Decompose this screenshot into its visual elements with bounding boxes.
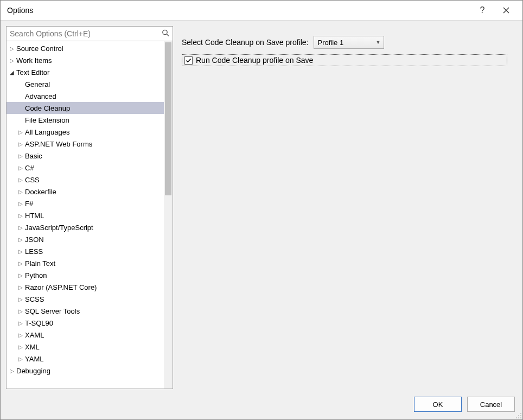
tree-item-label: LESS — [24, 247, 43, 256]
tree-item-label: T-SQL90 — [24, 319, 53, 327]
scrollbar-thumb[interactable] — [165, 42, 171, 195]
arrow-collapsed-icon[interactable]: ▷ — [17, 213, 24, 219]
arrow-collapsed-icon[interactable]: ▷ — [17, 284, 24, 290]
tree-item-label: CSS — [24, 176, 40, 184]
tree-item[interactable]: ▷SCSS — [7, 293, 173, 305]
titlebar: Options ? — [1, 1, 522, 20]
tree-item[interactable]: Code Cleanup — [7, 102, 173, 114]
tree-item-label: General — [24, 80, 50, 88]
arrow-collapsed-icon[interactable]: ▷ — [17, 296, 24, 302]
tree-item-label: YAML — [24, 355, 43, 363]
arrow-collapsed-icon[interactable]: ▷ — [17, 272, 24, 278]
tree-item[interactable]: Advanced — [7, 90, 173, 102]
tree-item[interactable]: File Extension — [7, 114, 173, 126]
profile-dropdown[interactable]: Profile 1 ▼ — [314, 36, 384, 49]
tree-item[interactable]: ▷JSON — [7, 233, 173, 245]
arrow-collapsed-icon[interactable]: ▷ — [17, 320, 24, 326]
tree-item-label: Source Control — [15, 44, 63, 53]
tree-item[interactable]: ▷HTML — [7, 209, 173, 221]
svg-line-1 — [167, 34, 169, 36]
tree-item[interactable]: ▷Basic — [7, 150, 173, 162]
left-panel: ▷Source Control▷Work Items◢Text Editor G… — [6, 26, 173, 389]
arrow-collapsed-icon[interactable]: ▷ — [17, 177, 24, 183]
tree-item-label: Dockerfile — [24, 188, 56, 196]
tree-item[interactable]: ▷ASP.NET Web Forms — [7, 138, 173, 150]
tree-scrollbar[interactable] — [164, 41, 173, 389]
search-box[interactable] — [6, 26, 173, 41]
svg-point-4 — [520, 415, 521, 416]
tree-item-label: JavaScript/TypeScript — [24, 224, 93, 232]
tree-item-label: Debugging — [15, 367, 50, 375]
tree-item[interactable]: ▷JavaScript/TypeScript — [7, 221, 173, 233]
tree-item-label: Work Items — [15, 56, 52, 65]
arrow-collapsed-icon[interactable]: ▷ — [17, 356, 24, 362]
arrow-collapsed-icon[interactable]: ▷ — [17, 237, 24, 243]
tree-item[interactable]: ▷T-SQL90 — [7, 317, 173, 329]
arrow-collapsed-icon[interactable]: ▷ — [17, 129, 24, 135]
tree-item-label: Text Editor — [15, 68, 49, 77]
ok-button[interactable]: OK — [414, 397, 462, 412]
svg-point-2 — [520, 413, 521, 414]
svg-point-7 — [520, 417, 521, 418]
tree-item-label: Basic — [24, 152, 42, 160]
arrow-expanded-icon[interactable]: ◢ — [9, 69, 15, 75]
resize-grip-icon[interactable] — [515, 412, 522, 419]
tree-item-label: JSON — [24, 236, 44, 244]
check-icon — [186, 58, 192, 63]
arrow-collapsed-icon[interactable]: ▷ — [17, 249, 24, 254]
tree-item[interactable]: ▷C# — [7, 162, 173, 174]
help-button[interactable]: ? — [470, 2, 494, 18]
tree-item[interactable]: ▷Python — [7, 269, 173, 281]
tree-item[interactable]: ▷LESS — [7, 245, 173, 257]
tree-item[interactable]: ▷Work Items — [7, 54, 173, 66]
tree-item[interactable]: ▷Source Control — [7, 42, 173, 54]
search-input[interactable] — [7, 27, 173, 41]
options-tree: ▷Source Control▷Work Items◢Text Editor G… — [6, 41, 173, 389]
tree-item[interactable]: ▷All Languages — [7, 126, 173, 138]
arrow-collapsed-icon[interactable]: ▷ — [9, 368, 15, 374]
tree-item[interactable]: ▷CSS — [7, 174, 173, 186]
arrow-collapsed-icon[interactable]: ▷ — [9, 58, 15, 63]
tree-item[interactable]: ▷Dockerfile — [7, 186, 173, 198]
arrow-collapsed-icon[interactable]: ▷ — [17, 225, 24, 231]
search-icon — [162, 29, 169, 39]
svg-point-5 — [516, 417, 517, 418]
tree-item-label: Razor (ASP.NET Core) — [24, 283, 97, 291]
profile-selected-value: Profile 1 — [317, 39, 343, 47]
tree-item[interactable]: ▷Plain Text — [7, 257, 173, 269]
tree-item[interactable]: ▷YAML — [7, 353, 173, 365]
arrow-spacer — [17, 105, 24, 111]
tree-item-label: Code Cleanup — [24, 104, 70, 112]
arrow-collapsed-icon[interactable]: ▷ — [17, 332, 24, 338]
arrow-collapsed-icon[interactable]: ▷ — [17, 141, 24, 147]
window-title: Options — [7, 6, 470, 15]
arrow-spacer — [17, 81, 24, 87]
tree-item-label: All Languages — [24, 128, 69, 136]
tree-item[interactable]: General — [7, 78, 173, 90]
arrow-collapsed-icon[interactable]: ▷ — [17, 189, 24, 195]
run-cleanup-label: Run Code Cleanup profile on Save — [196, 56, 313, 65]
arrow-collapsed-icon[interactable]: ▷ — [17, 308, 24, 314]
chevron-down-icon: ▼ — [376, 40, 381, 45]
tree-item[interactable]: ▷SQL Server Tools — [7, 305, 173, 317]
tree-item-label: SCSS — [24, 295, 44, 303]
arrow-collapsed-icon[interactable]: ▷ — [17, 260, 24, 266]
close-icon — [503, 7, 509, 14]
arrow-collapsed-icon[interactable]: ▷ — [9, 46, 15, 52]
cancel-button[interactable]: Cancel — [467, 397, 515, 412]
close-button[interactable] — [494, 2, 518, 18]
tree-item[interactable]: ◢Text Editor — [7, 66, 173, 78]
tree-item[interactable]: ▷F# — [7, 198, 173, 209]
arrow-collapsed-icon[interactable]: ▷ — [17, 344, 24, 350]
tree-item[interactable]: ▷XAML — [7, 329, 173, 341]
arrow-collapsed-icon[interactable]: ▷ — [17, 153, 24, 159]
right-panel: Select Code Cleanup on Save profile: Pro… — [182, 26, 517, 389]
run-cleanup-checkbox[interactable] — [184, 56, 193, 65]
tree-item[interactable]: ▷Razor (ASP.NET Core) — [7, 281, 173, 293]
arrow-collapsed-icon[interactable]: ▷ — [17, 165, 24, 171]
arrow-collapsed-icon[interactable]: ▷ — [17, 201, 24, 207]
tree-item[interactable]: ▷Debugging — [7, 365, 173, 377]
tree-item[interactable]: ▷XML — [7, 341, 173, 353]
tree-item-label: SQL Server Tools — [24, 307, 80, 315]
run-cleanup-checkbox-row[interactable]: Run Code Cleanup profile on Save — [182, 54, 507, 66]
